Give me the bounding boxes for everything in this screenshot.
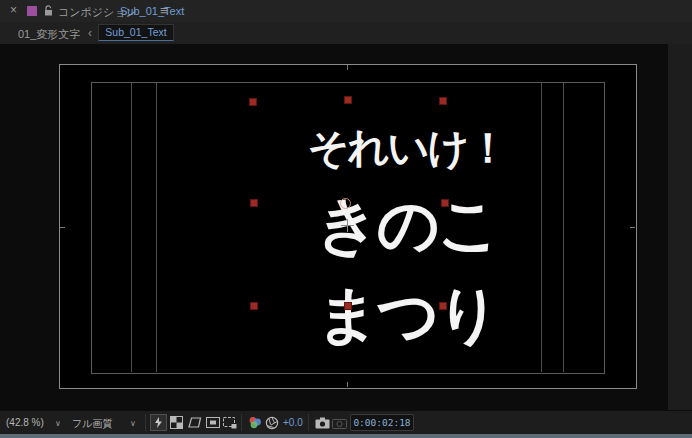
- selection-handle-top-center[interactable]: [344, 96, 352, 104]
- action-safe-rect: [91, 82, 605, 374]
- selection-handle-bottom-center[interactable]: [344, 302, 352, 310]
- centercut-guide-line: [563, 82, 564, 372]
- comp-center-crosshair: [341, 225, 354, 226]
- breadcrumb-current-comp[interactable]: Sub_01_Text: [98, 24, 174, 41]
- centercut-guide-line: [156, 82, 157, 372]
- magnification-dropdown[interactable]: (42.8 %): [6, 417, 44, 428]
- selection-handle-bottom-left[interactable]: [250, 302, 258, 310]
- panel-tab-bar: × コンポジション Sub_01_Text ≡: [0, 0, 692, 23]
- centercut-guide-line: [541, 82, 542, 372]
- panel-bottom-edge: [0, 434, 692, 438]
- region-of-interest-icon[interactable]: [204, 414, 221, 431]
- centercut-guide-line: [131, 82, 132, 372]
- transparency-grid-icon[interactable]: [168, 414, 185, 431]
- breadcrumb: 01_変形文字 ‹ Sub_01_Text: [0, 22, 692, 45]
- selection-handle-mid-right[interactable]: [441, 199, 449, 207]
- selection-handle-top-right[interactable]: [439, 97, 447, 105]
- grid-guides-icon[interactable]: [221, 414, 238, 431]
- selection-handle-mid-left[interactable]: [250, 199, 258, 207]
- chevron-down-icon[interactable]: ∨: [55, 419, 61, 428]
- viewer-toolbar: (42.8 %) ∨ フル画質 ∨: [0, 410, 692, 435]
- center-tick-top: [347, 65, 348, 70]
- center-tick-left: [60, 227, 65, 228]
- toolbar-separator: [241, 414, 242, 431]
- panel-menu-icon[interactable]: ≡: [160, 3, 168, 18]
- timecode-display[interactable]: 0:00:02:18: [350, 414, 414, 431]
- snapshot-camera-icon[interactable]: [314, 414, 331, 431]
- panel-color-swatch: [27, 6, 37, 16]
- selection-handle-bottom-right[interactable]: [439, 302, 447, 310]
- center-tick-right: [630, 227, 635, 228]
- layer-anchor-point[interactable]: [340, 198, 351, 209]
- selection-handle-top-left[interactable]: [249, 98, 257, 106]
- fast-previews-icon[interactable]: [150, 414, 167, 431]
- toolbar-separator: [145, 414, 146, 431]
- close-icon[interactable]: ×: [10, 3, 17, 17]
- viewer-right-edge: [668, 44, 692, 410]
- viewer-lock-icon[interactable]: [43, 5, 54, 17]
- channel-color-icon[interactable]: [246, 414, 263, 431]
- exposure-icon[interactable]: [263, 414, 280, 431]
- mask-visibility-icon[interactable]: [186, 414, 203, 431]
- toolbar-separator: [308, 414, 309, 431]
- breadcrumb-separator: ‹: [88, 26, 92, 40]
- show-snapshot-icon[interactable]: [331, 414, 348, 431]
- breadcrumb-parent-comp[interactable]: 01_変形文字: [18, 27, 80, 42]
- tab-comp-name[interactable]: Sub_01_Text: [120, 5, 184, 17]
- center-tick-bottom: [347, 382, 348, 387]
- chevron-down-icon[interactable]: ∨: [130, 419, 136, 428]
- composition-viewer[interactable]: それいけ！ きのこ まつり: [0, 44, 692, 410]
- resolution-dropdown[interactable]: フル画質: [72, 417, 112, 431]
- exposure-value[interactable]: +0.0: [283, 417, 303, 428]
